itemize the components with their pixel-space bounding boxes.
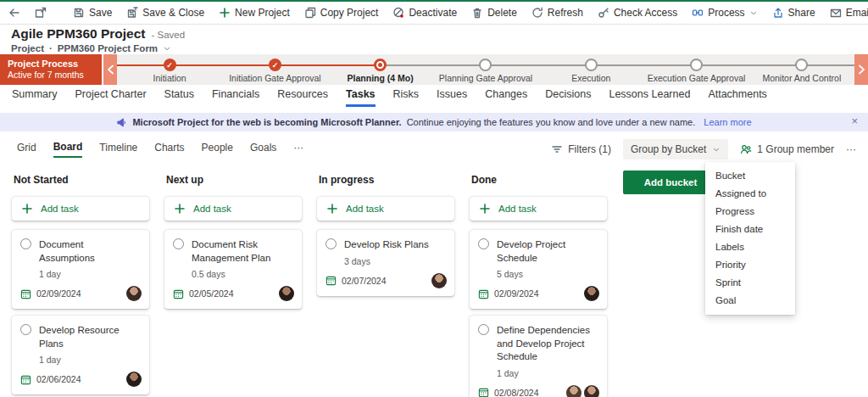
tab-project-charter[interactable]: Project Charter [75, 88, 146, 104]
board-overflow-button[interactable]: ··· [846, 143, 856, 155]
menu-item-finish-date[interactable]: Finish date [705, 221, 795, 238]
delete-label: Delete [487, 7, 517, 19]
stage-initiation[interactable]: ✓ Initiation [117, 54, 222, 85]
view-grid[interactable]: Grid [17, 142, 36, 157]
view-charts[interactable]: Charts [154, 142, 184, 157]
view-people[interactable]: People [202, 142, 233, 157]
group-by-button[interactable]: Group by Bucket [623, 139, 728, 159]
avatar[interactable] [126, 286, 142, 301]
share-icon [772, 7, 784, 19]
tab-tasks[interactable]: Tasks [346, 88, 376, 107]
avatar[interactable] [431, 273, 447, 288]
stage-label: Initiation [153, 73, 186, 83]
popout-icon [35, 7, 47, 19]
task-duration: 5 days [497, 269, 523, 279]
banner-close-icon[interactable]: × [851, 115, 858, 127]
stage-planning-gate-approval[interactable]: Planning Gate Approval [433, 54, 538, 85]
process-info-box: Project Process Active for 7 months [0, 54, 102, 85]
tab-lessons-learned[interactable]: Lessons Learned [609, 88, 690, 104]
menu-item-labels[interactable]: Labels [705, 238, 795, 256]
tab-summary[interactable]: Summary [12, 88, 57, 104]
avatar[interactable] [584, 286, 599, 301]
process-scroll-right-button[interactable] [854, 54, 868, 85]
bucket-column-in-progress: In progress Add task Develop Risk Plans … [317, 165, 454, 296]
bucket-title: Next up [166, 174, 302, 186]
tab-decisions[interactable]: Decisions [545, 88, 591, 104]
task-card[interactable]: Develop Project Schedule 5 days 02/09/20… [470, 230, 607, 309]
menu-item-goal[interactable]: Goal [705, 292, 795, 310]
tab-financials[interactable]: Financials [212, 88, 259, 104]
task-complete-toggle[interactable] [326, 238, 337, 249]
filters-button[interactable]: Filters (1) [551, 143, 611, 155]
calendar-icon [478, 288, 489, 299]
task-card[interactable]: Develop Resource Plans 1 day 02/06/2024 [12, 316, 149, 394]
copy-project-label: Copy Project [320, 7, 379, 19]
add-task-button[interactable]: Add task [470, 197, 607, 221]
back-button[interactable] [8, 7, 20, 19]
stage-planning[interactable]: Planning (4 Mo) [328, 54, 433, 85]
process-scroll-left-button[interactable] [103, 54, 117, 85]
banner-bold-text: Microsoft Project for the web is becomin… [132, 117, 401, 127]
add-task-button[interactable]: Add task [12, 197, 149, 221]
view-board[interactable]: Board [53, 141, 83, 158]
bucket-column-done: Done Add task Develop Project Schedule 5… [470, 165, 607, 397]
calendar-icon [326, 275, 337, 286]
new-project-button[interactable]: New Project [219, 7, 290, 19]
save-close-button[interactable]: Save & Close [126, 7, 204, 19]
menu-item-sprint[interactable]: Sprint [705, 274, 795, 292]
task-card[interactable]: Develop Risk Plans 3 days 02/07/2024 [317, 230, 454, 296]
task-complete-toggle[interactable] [478, 238, 489, 249]
stage-initiation-gate-approval[interactable]: ✓ Initiation Gate Approval [222, 54, 327, 85]
delete-button[interactable]: Delete [471, 7, 517, 19]
stage-circle-icon [690, 59, 703, 71]
task-duration: 1 day [39, 355, 61, 365]
task-complete-toggle[interactable] [20, 238, 31, 249]
form-selector[interactable]: PPM360 Project Form [58, 43, 158, 53]
tab-status[interactable]: Status [164, 88, 194, 104]
stage-execution-gate-approval[interactable]: Execution Gate Approval [643, 54, 748, 85]
task-complete-toggle[interactable] [173, 238, 184, 249]
avatar[interactable] [126, 372, 142, 387]
copy-project-button[interactable]: Copy Project [304, 7, 379, 19]
avatar[interactable] [566, 385, 581, 397]
tab-issues[interactable]: Issues [437, 88, 467, 104]
learn-more-link[interactable]: Learn more [704, 117, 751, 127]
popout-button[interactable] [35, 7, 47, 19]
deactivate-button[interactable]: Deactivate [392, 7, 457, 19]
plus-icon [219, 7, 231, 19]
tab-attachments[interactable]: Attachments [708, 88, 766, 104]
check-access-button[interactable]: Check Access [598, 7, 677, 19]
add-task-button[interactable]: Add task [164, 197, 302, 221]
task-date: 02/09/2024 [36, 288, 81, 299]
email-link-button[interactable]: Email a Link [830, 7, 868, 19]
process-menu-button[interactable]: Process [692, 7, 757, 19]
add-task-button[interactable]: Add task [317, 197, 454, 221]
tab-changes[interactable]: Changes [485, 88, 527, 104]
menu-item-priority[interactable]: Priority [705, 256, 795, 274]
tab-resources[interactable]: Resources [277, 88, 328, 104]
avatar[interactable] [279, 286, 294, 301]
share-button[interactable]: Share [772, 7, 815, 19]
refresh-button[interactable]: Refresh [531, 7, 583, 19]
view-goals[interactable]: Goals [250, 142, 276, 157]
view-timeline[interactable]: Timeline [99, 142, 137, 157]
save-button[interactable]: Save [73, 7, 112, 19]
stage-execution[interactable]: Execution [538, 54, 643, 85]
task-card[interactable]: Document Assumptions 1 day 02/09/2024 [12, 230, 149, 309]
stage-monitor-and-control[interactable]: Monitor And Control [749, 54, 854, 85]
chevron-down-icon [749, 8, 758, 17]
tab-risks[interactable]: Risks [393, 88, 420, 104]
people-icon [740, 143, 752, 155]
view-more-button[interactable]: ··· [293, 142, 303, 157]
avatar[interactable] [584, 385, 599, 397]
menu-item-progress[interactable]: Progress [705, 203, 795, 221]
task-card[interactable]: Define Dependencies and Develop Project … [470, 316, 607, 397]
menu-item-bucket[interactable]: Bucket [705, 167, 795, 185]
task-complete-toggle[interactable] [478, 324, 489, 335]
add-bucket-button[interactable]: Add bucket [623, 171, 718, 194]
menu-item-assigned-to[interactable]: Assigned to [705, 185, 795, 203]
group-members-button[interactable]: 1 Group member [740, 143, 834, 155]
task-complete-toggle[interactable] [20, 324, 31, 335]
filters-label: Filters (1) [568, 143, 611, 155]
task-card[interactable]: Document Risk Management Plan 0.5 days 0… [164, 230, 302, 309]
